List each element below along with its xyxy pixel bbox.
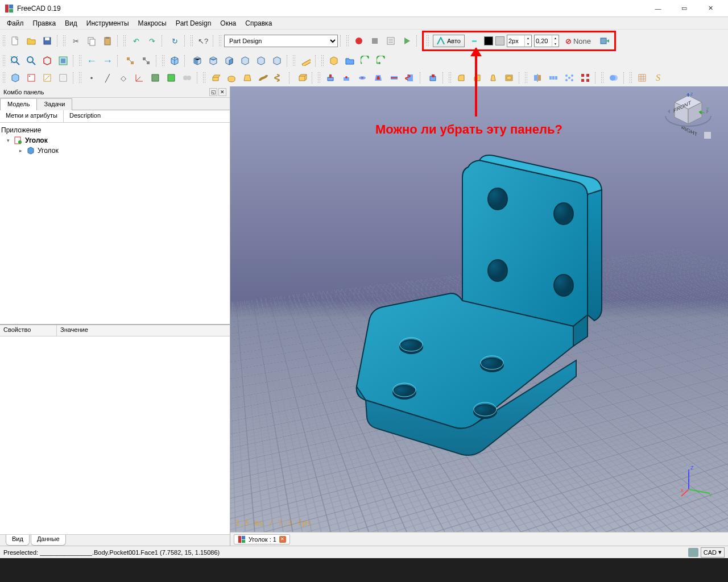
part-button[interactable] bbox=[326, 53, 341, 68]
linewidth-spinbox[interactable]: ▲▼ bbox=[507, 35, 532, 47]
pipe-button[interactable] bbox=[256, 70, 271, 85]
revolution-button[interactable] bbox=[224, 70, 239, 85]
loft-button[interactable] bbox=[240, 70, 255, 85]
linewidth-input[interactable] bbox=[507, 35, 524, 47]
grid-toggle-button[interactable] bbox=[635, 70, 650, 85]
clone-button[interactable] bbox=[180, 70, 195, 85]
menu-file[interactable]: Файл bbox=[2, 18, 28, 28]
subshapebinder-button[interactable] bbox=[164, 70, 179, 85]
group-button[interactable] bbox=[342, 53, 357, 68]
edit-sketch-button[interactable] bbox=[40, 70, 55, 85]
close-tab-button[interactable]: ✕ bbox=[279, 536, 286, 543]
tree-root[interactable]: Приложение bbox=[1, 125, 229, 135]
nav-forward-button[interactable]: → bbox=[100, 53, 115, 68]
menu-tools[interactable]: Инструменты bbox=[82, 18, 134, 28]
subtab-labels[interactable]: Метки и атрибуты bbox=[0, 110, 64, 122]
open-file-button[interactable] bbox=[24, 34, 39, 48]
toolbar-grip-icon[interactable] bbox=[426, 35, 429, 47]
menu-windows[interactable]: Окна bbox=[216, 18, 241, 28]
map-sketch-button[interactable] bbox=[56, 70, 71, 85]
link-actions-button[interactable] bbox=[374, 53, 389, 68]
toolbar-grip-icon[interactable] bbox=[317, 72, 321, 84]
property-grid[interactable] bbox=[0, 336, 230, 534]
right-view-button[interactable] bbox=[222, 53, 237, 68]
groove-button[interactable] bbox=[355, 70, 370, 85]
datum-line-button[interactable]: ╱ bbox=[100, 70, 115, 85]
menu-help[interactable]: Справка bbox=[241, 18, 276, 28]
toolbar-grip-icon[interactable] bbox=[190, 35, 193, 47]
snap-button[interactable]: S bbox=[651, 70, 665, 85]
subtractive-pipe-button[interactable] bbox=[387, 70, 402, 85]
toolbar-grip-icon[interactable] bbox=[292, 55, 296, 67]
paste-button[interactable] bbox=[100, 34, 115, 48]
construction-mode-button[interactable]: Авто bbox=[433, 35, 465, 47]
autogroup-none-button[interactable]: ⊘ None bbox=[561, 34, 595, 48]
minimize-button[interactable]: — bbox=[645, 0, 671, 17]
navigation-cube[interactable]: RIGHT FRONT Z Y bbox=[660, 92, 717, 149]
apply-style-button[interactable] bbox=[597, 34, 612, 48]
left-view-button[interactable] bbox=[270, 53, 284, 68]
datum-plane-button[interactable]: ◇ bbox=[116, 70, 131, 85]
copy-button[interactable] bbox=[84, 34, 99, 48]
model-tree[interactable]: Приложение ▾ Уголок ▸ Уголок bbox=[0, 123, 230, 324]
toolbar-grip-icon[interactable] bbox=[2, 35, 6, 47]
cut-button[interactable]: ✂ bbox=[68, 34, 83, 48]
macro-stop-button[interactable] bbox=[367, 34, 382, 48]
close-panel-button[interactable]: ✕ bbox=[218, 88, 226, 96]
toolbar-grip-icon[interactable] bbox=[629, 72, 632, 84]
toolbar-grip-icon[interactable] bbox=[601, 72, 604, 84]
multitransform-button[interactable] bbox=[578, 70, 593, 85]
toolbar-grip-icon[interactable] bbox=[2, 55, 6, 67]
3d-part-bracket[interactable] bbox=[349, 150, 610, 468]
line-color-swatch[interactable] bbox=[484, 36, 493, 45]
fit-all-button[interactable] bbox=[8, 53, 23, 68]
toolbar-grip-icon[interactable] bbox=[218, 35, 222, 47]
toolbar-grip-icon[interactable] bbox=[2, 72, 6, 84]
link-navigation-button[interactable] bbox=[123, 53, 138, 68]
transparency-spinbox[interactable]: ▲▼ bbox=[534, 35, 559, 47]
close-button[interactable]: ✕ bbox=[697, 0, 723, 17]
link-make-button[interactable] bbox=[358, 53, 373, 68]
subtractive-box-button[interactable] bbox=[425, 70, 440, 85]
toolbar-grip-icon[interactable] bbox=[162, 55, 165, 67]
datum-cs-button[interactable] bbox=[132, 70, 147, 85]
save-file-button[interactable] bbox=[40, 34, 55, 48]
expand-icon[interactable]: ▾ bbox=[5, 138, 11, 143]
go-to-linked-button[interactable] bbox=[139, 53, 154, 68]
maximize-button[interactable]: ▭ bbox=[671, 0, 697, 17]
isometric-view-button[interactable] bbox=[167, 53, 182, 68]
macro-run-button[interactable] bbox=[399, 34, 414, 48]
toolbar-grip-icon[interactable] bbox=[78, 72, 82, 84]
fillet-button[interactable] bbox=[454, 70, 469, 85]
toolbar-grip-icon[interactable] bbox=[78, 55, 82, 67]
toolbar-grip-icon[interactable] bbox=[346, 35, 349, 47]
subtractive-helix-button[interactable] bbox=[403, 70, 417, 85]
toolbar-grip-icon[interactable] bbox=[123, 35, 126, 47]
menu-macros[interactable]: Макросы bbox=[134, 18, 171, 28]
tab-model[interactable]: Модель bbox=[0, 98, 37, 110]
proptab-view[interactable]: Вид bbox=[6, 535, 30, 546]
linear-pattern-button[interactable] bbox=[546, 70, 561, 85]
toolbar-grip-icon[interactable] bbox=[202, 72, 206, 84]
hole-button[interactable] bbox=[339, 70, 354, 85]
3d-viewport[interactable]: RIGHT FRONT Z Y Z Y X 2.5 ms / 7.3 fps bbox=[230, 86, 728, 532]
boolean-button[interactable] bbox=[606, 70, 621, 85]
menu-partdesign[interactable]: Part Design bbox=[171, 18, 216, 28]
current-line-color-button[interactable]: ━ bbox=[467, 34, 482, 48]
pad-button[interactable] bbox=[208, 70, 223, 85]
subtab-description[interactable]: Description bbox=[64, 110, 106, 122]
front-view-button[interactable] bbox=[190, 53, 205, 68]
navigation-style-selector[interactable]: CAD ▾ bbox=[701, 547, 725, 558]
tree-body[interactable]: ▸ Уголок bbox=[1, 146, 229, 156]
chamfer-button[interactable] bbox=[470, 70, 485, 85]
refresh-button[interactable]: ↻ bbox=[167, 34, 182, 48]
datum-point-button[interactable]: • bbox=[84, 70, 99, 85]
top-view-button[interactable] bbox=[206, 53, 221, 68]
helix-button[interactable] bbox=[272, 70, 287, 85]
document-tab[interactable]: Уголок : 1 ✕ bbox=[234, 534, 290, 544]
rear-view-button[interactable] bbox=[238, 53, 253, 68]
status-indicator-icon[interactable] bbox=[688, 548, 698, 557]
fit-selection-button[interactable] bbox=[24, 53, 39, 68]
menu-edit[interactable]: Правка bbox=[28, 18, 61, 28]
transparency-input[interactable] bbox=[535, 35, 552, 47]
